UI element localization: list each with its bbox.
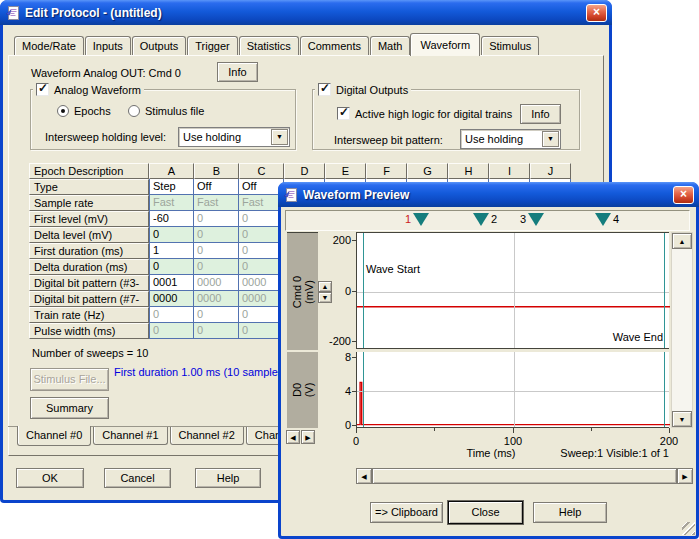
epoch-cell-a-first-duration-ms[interactable]: 1	[149, 243, 194, 259]
channel-tab-channel-2[interactable]: Channel #2	[170, 427, 244, 445]
epoch-cell-b-digital-bit-pattern-3-0[interactable]: 0000	[194, 275, 239, 291]
epoch-cell-a-delta-duration-ms[interactable]: 0	[149, 259, 194, 275]
sweep-marker-number: 3	[520, 213, 526, 226]
close-icon[interactable]: ×	[673, 186, 694, 204]
epoch-cell-a-sample-rate[interactable]: Fast	[149, 195, 194, 211]
y-tick-mark	[352, 357, 356, 358]
scroll-down-icon[interactable]: ▼	[672, 411, 692, 427]
epochs-radio[interactable]	[57, 105, 69, 117]
epoch-cell-b-delta-duration-ms[interactable]: 0	[194, 259, 239, 275]
epochs-radio-label: Epochs	[74, 105, 111, 117]
epoch-cell-b-train-rate-hz[interactable]: 0	[194, 307, 239, 323]
row-label-delta-level-mv: Delta level (mV)	[29, 227, 149, 243]
row-label-type: Type	[29, 179, 149, 195]
row-label-digital-bit-pattern-7-4: Digital bit pattern (#7-4)	[29, 291, 149, 307]
row-label-sample-rate: Sample rate	[29, 195, 149, 211]
prev-sweep-icon[interactable]: ◀	[286, 430, 300, 444]
edit-protocol-titlebar[interactable]: Edit Protocol - (untitled) ×	[0, 0, 612, 25]
epoch-cell-b-pulse-width-ms[interactable]: 0	[194, 323, 239, 339]
tab-math[interactable]: Math	[370, 36, 410, 56]
stimulus-file-radio[interactable]	[128, 105, 140, 117]
d0-plot[interactable]	[356, 352, 669, 428]
sweep-marker-1[interactable]	[413, 213, 429, 226]
protocol-document-icon	[5, 5, 21, 21]
time-cursor[interactable]	[363, 352, 364, 427]
ok-button[interactable]: OK	[16, 468, 84, 488]
row-label-pulse-width-ms: Pulse width (ms)	[29, 323, 149, 339]
stimulus-file-button[interactable]: Stimulus File...	[30, 368, 109, 391]
sweep-marker-3[interactable]	[528, 213, 544, 226]
preview-titlebar[interactable]: Waveform Preview ×	[278, 182, 699, 207]
holding-level-label: Intersweep holding level:	[45, 131, 166, 143]
x-minor-tick-mark	[434, 428, 435, 431]
resize-grip[interactable]	[682, 522, 695, 535]
epoch-cell-b-first-duration-ms[interactable]: 0	[194, 243, 239, 259]
next-sweep-icon[interactable]: ▶	[301, 430, 315, 444]
gridline-vertical	[514, 352, 515, 427]
close-icon[interactable]: ×	[586, 4, 607, 22]
scrollbar-thumb[interactable]	[372, 468, 677, 484]
scroll-right-icon[interactable]: ▶	[677, 468, 693, 484]
digital-outputs-checkbox[interactable]: ✓	[318, 83, 331, 96]
tab-inputs[interactable]: Inputs	[85, 36, 131, 56]
epoch-cell-a-type[interactable]: Step	[149, 179, 194, 195]
screen: Edit Protocol - (untitled) × Mode/RateIn…	[0, 0, 699, 539]
epoch-cell-a-digital-bit-pattern-3-0[interactable]: 0001	[149, 275, 194, 291]
epoch-cell-a-digital-bit-pattern-7-4[interactable]: 0000	[149, 291, 194, 307]
summary-button[interactable]: Summary	[30, 397, 109, 419]
scroll-up-icon[interactable]: ▲	[672, 233, 692, 249]
sweep-marker-number: 4	[613, 213, 619, 226]
epoch-cell-b-digital-bit-pattern-7-4[interactable]: 0000	[194, 291, 239, 307]
x-tick-mark	[513, 428, 514, 433]
epoch-cell-b-type[interactable]: Off	[194, 179, 239, 195]
tab-statistics[interactable]: Statistics	[239, 36, 299, 56]
clipboard-button[interactable]: => Clipboard	[370, 502, 443, 523]
digital-info-button[interactable]: Info	[520, 104, 561, 124]
holding-level-combobox[interactable]: Use holding ▼	[178, 127, 290, 147]
plot-horizontal-scrollbar[interactable]: ◀ ▶	[356, 468, 693, 484]
help-button[interactable]: Help	[195, 468, 261, 488]
holding-level-value: Use holding	[179, 129, 270, 145]
cancel-button[interactable]: Cancel	[104, 468, 171, 488]
sweep-marker-4[interactable]	[595, 213, 611, 226]
bit-pattern-combobox[interactable]: Use holding ▼	[460, 129, 561, 149]
tab-comments[interactable]: Comments	[300, 36, 369, 56]
tab-mode-rate[interactable]: Mode/Rate	[14, 36, 84, 56]
close-button[interactable]: Close	[448, 501, 523, 524]
channel-tab-channel-0[interactable]: Channel #0	[17, 426, 91, 446]
epoch-cell-b-delta-level-mv[interactable]: 0	[194, 227, 239, 243]
y-tick-mark	[352, 291, 356, 292]
plot-vertical-scrollbar[interactable]: ▲ ▼	[671, 232, 693, 428]
gridline-horizontal	[357, 391, 669, 392]
x-tick-label: 200	[654, 435, 684, 447]
scroll-left-icon[interactable]: ◀	[356, 468, 372, 484]
sweep-marker-number: 1	[405, 213, 411, 226]
check-icon: ✓	[38, 81, 48, 95]
chevron-down-icon[interactable]: ▼	[271, 129, 288, 145]
channel-tab-channel-1[interactable]: Channel #1	[93, 427, 167, 445]
epoch-cell-a-first-level-mv[interactable]: -60	[149, 211, 194, 227]
preview-help-button[interactable]: Help	[533, 502, 607, 523]
chevron-down-icon[interactable]: ▼	[542, 131, 559, 147]
epoch-cell-a-pulse-width-ms[interactable]: 0	[149, 323, 194, 339]
epoch-cell-a-train-rate-hz[interactable]: 0	[149, 307, 194, 323]
time-cursor[interactable]	[664, 352, 665, 427]
epoch-cell-b-first-level-mv[interactable]: 0	[194, 211, 239, 227]
time-cursor[interactable]	[664, 233, 665, 348]
cmd0-plot[interactable]: Wave Start Wave End	[356, 232, 669, 349]
epoch-cell-a-delta-level-mv[interactable]: 0	[149, 227, 194, 243]
sweep-marker-2[interactable]	[473, 213, 489, 226]
active-high-checkbox[interactable]: ✓	[337, 107, 350, 120]
wave-start-annotation: Wave Start	[366, 263, 420, 275]
analog-waveform-checkbox[interactable]: ✓	[36, 83, 49, 96]
tab-trigger[interactable]: Trigger	[187, 36, 237, 56]
epoch-cell-b-sample-rate[interactable]: Fast	[194, 195, 239, 211]
time-cursor[interactable]	[363, 233, 364, 348]
analog-out-info-button[interactable]: Info	[217, 62, 258, 82]
check-icon: ✓	[320, 81, 330, 95]
row-label-first-level-mv: First level (mV)	[29, 211, 149, 227]
x-tick-mark	[356, 428, 357, 433]
tab-outputs[interactable]: Outputs	[132, 36, 187, 56]
tab-waveform[interactable]: Waveform	[410, 33, 480, 56]
tab-stimulus[interactable]: Stimulus	[481, 36, 539, 56]
